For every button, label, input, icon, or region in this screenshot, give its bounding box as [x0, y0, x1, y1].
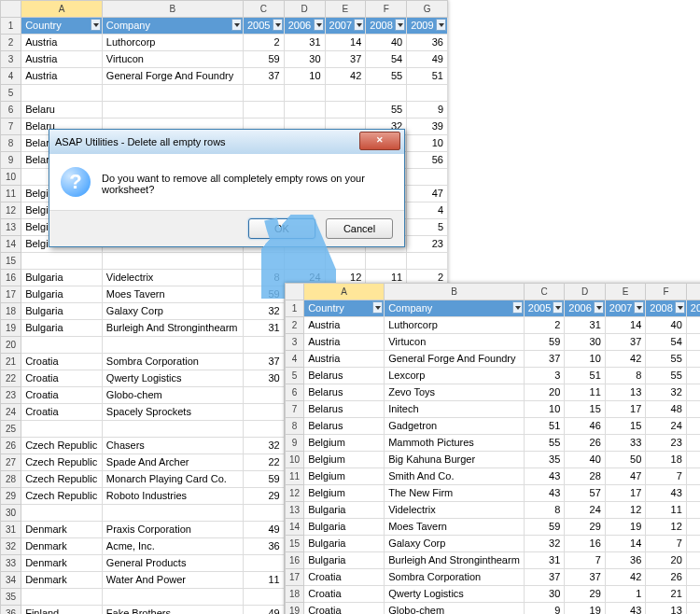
- cell[interactable]: Videlectrix: [102, 270, 243, 286]
- cell[interactable]: Burleigh And Stronginthearm: [102, 320, 243, 337]
- cell[interactable]: 37: [565, 569, 605, 586]
- column-header[interactable]: A: [21, 1, 103, 18]
- cell[interactable]: 26: [565, 435, 605, 452]
- cell[interactable]: 15: [686, 569, 700, 586]
- cell[interactable]: 59: [243, 51, 284, 68]
- row-header[interactable]: 1: [1, 18, 21, 35]
- cell[interactable]: Belgium: [304, 485, 385, 502]
- cell[interactable]: 14: [325, 35, 366, 51]
- cell[interactable]: [243, 589, 284, 606]
- cell[interactable]: Galaxy Corp: [102, 303, 243, 320]
- column-header[interactable]: D: [565, 284, 605, 300]
- row-header[interactable]: 9: [286, 435, 304, 452]
- cell[interactable]: Lexcorp: [385, 368, 525, 384]
- cell[interactable]: 54: [366, 51, 407, 68]
- row-header[interactable]: 14: [286, 519, 304, 536]
- cell[interactable]: Spacely Sprockets: [102, 404, 243, 421]
- cell[interactable]: 40: [366, 35, 407, 51]
- cell[interactable]: 47: [686, 435, 700, 452]
- cell[interactable]: 8: [524, 502, 564, 519]
- cell[interactable]: 32: [524, 536, 564, 552]
- filter-dropdown-icon[interactable]: [512, 301, 523, 314]
- row-header[interactable]: 23: [1, 387, 21, 404]
- cell[interactable]: 30: [284, 51, 325, 68]
- cell[interactable]: [407, 85, 448, 102]
- cell[interactable]: Czech Republic: [21, 438, 103, 454]
- column-header[interactable]: C: [243, 1, 284, 18]
- cell[interactable]: 11: [565, 384, 605, 401]
- cell[interactable]: Mammoth Pictures: [385, 435, 525, 452]
- cell[interactable]: 36: [243, 538, 284, 555]
- column-header[interactable]: F: [646, 284, 686, 300]
- cell[interactable]: Burleigh And Stronginthearm: [385, 552, 525, 569]
- row-header[interactable]: 10: [286, 452, 304, 468]
- cell[interactable]: 26: [646, 569, 686, 586]
- row-header[interactable]: 21: [1, 354, 21, 370]
- cell[interactable]: 8: [243, 270, 284, 286]
- cell[interactable]: Austria: [21, 68, 103, 85]
- cell[interactable]: Acme, Inc.: [102, 538, 243, 555]
- row-header[interactable]: 33: [1, 555, 21, 572]
- cell[interactable]: Sombra Corporation: [102, 354, 243, 370]
- cell[interactable]: 2: [243, 35, 284, 51]
- cell[interactable]: 7: [646, 468, 686, 485]
- cell[interactable]: 11: [243, 572, 284, 589]
- spreadsheet-after[interactable]: ABCDEFG1CountryCompany200520062007200820…: [285, 283, 700, 614]
- cell[interactable]: 18: [646, 452, 686, 468]
- cell[interactable]: [243, 421, 284, 438]
- cell[interactable]: 23: [407, 236, 448, 253]
- cell[interactable]: Moes Tavern: [385, 519, 525, 536]
- cell[interactable]: General Forge And Foundry: [102, 68, 243, 85]
- cell[interactable]: Bulgaria: [304, 552, 385, 569]
- row-header[interactable]: 8: [1, 135, 21, 152]
- filter-dropdown-icon[interactable]: [395, 19, 405, 31]
- cell[interactable]: 2: [524, 317, 564, 334]
- cell[interactable]: 19: [565, 603, 605, 615]
- filter-header[interactable]: 2009: [686, 300, 700, 317]
- cell[interactable]: Videlectrix: [385, 502, 525, 519]
- cell[interactable]: 39: [407, 119, 448, 135]
- row-header[interactable]: 35: [1, 589, 21, 606]
- cell[interactable]: 59: [243, 471, 284, 488]
- row-header[interactable]: 2: [1, 35, 21, 51]
- cell[interactable]: 15: [605, 418, 645, 435]
- cell[interactable]: 37: [243, 354, 284, 370]
- row-header[interactable]: 9: [1, 152, 21, 169]
- row-header[interactable]: 5: [286, 368, 304, 384]
- cell[interactable]: Globo-chem: [102, 387, 243, 404]
- cell[interactable]: [102, 337, 243, 354]
- cell[interactable]: [243, 337, 284, 354]
- filter-header[interactable]: 2008: [646, 300, 686, 317]
- cell[interactable]: 5: [686, 468, 700, 485]
- cell[interactable]: 59: [243, 286, 284, 303]
- cell[interactable]: 59: [524, 519, 564, 536]
- row-header[interactable]: 32: [1, 538, 21, 555]
- column-header[interactable]: B: [385, 284, 525, 300]
- cell[interactable]: Water And Power: [102, 572, 243, 589]
- cell[interactable]: 56: [407, 152, 448, 169]
- cell[interactable]: [102, 85, 243, 102]
- cell[interactable]: [243, 85, 284, 102]
- cell[interactable]: 56: [686, 418, 700, 435]
- cell[interactable]: 16: [565, 536, 605, 552]
- cell[interactable]: 31: [284, 35, 325, 51]
- column-header[interactable]: B: [102, 1, 243, 18]
- cell[interactable]: 33: [605, 435, 645, 452]
- cell[interactable]: 31: [565, 317, 605, 334]
- cell[interactable]: [102, 505, 243, 522]
- cell[interactable]: 43: [524, 485, 564, 502]
- row-header[interactable]: 11: [286, 468, 304, 485]
- cell[interactable]: 13: [646, 603, 686, 615]
- cell[interactable]: 19: [605, 519, 645, 536]
- cell[interactable]: 49: [686, 334, 700, 351]
- cell[interactable]: Czech Republic: [21, 488, 103, 505]
- cell[interactable]: Denmark: [21, 555, 103, 572]
- row-header[interactable]: 12: [286, 485, 304, 502]
- cell[interactable]: Austria: [304, 351, 385, 368]
- row-header[interactable]: 28: [1, 471, 21, 488]
- cell[interactable]: Belarus: [304, 384, 385, 401]
- cell[interactable]: [102, 421, 243, 438]
- filter-header[interactable]: 2006: [284, 18, 325, 35]
- row-header[interactable]: 11: [1, 186, 21, 202]
- row-header[interactable]: 6: [1, 102, 21, 119]
